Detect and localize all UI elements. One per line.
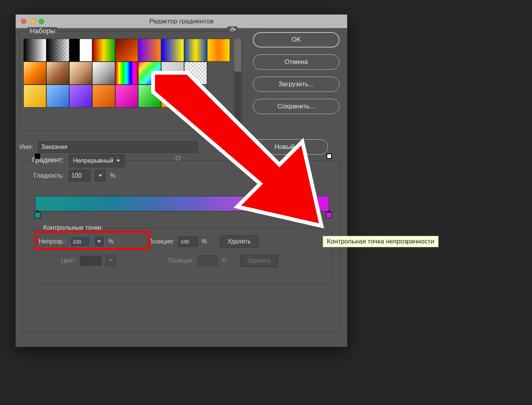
preset-swatches[interactable] [23,39,230,108]
preset-swatch[interactable] [161,39,184,62]
smoothness-label: Гладкость: [34,172,64,179]
color-stop-right[interactable] [326,212,332,218]
stops-group-label: Контрольные точки [41,224,104,232]
position2-label: Позиция: [168,257,194,264]
smoothness-input[interactable] [69,170,90,181]
preset-swatch[interactable] [115,62,138,85]
color-stepper[interactable] [105,255,116,266]
presets-group: Наборы [20,31,242,131]
chevron-down-icon [98,175,102,177]
action-buttons: OK Отмена Загрузить... Сохранить... [253,32,339,114]
color-stop-left[interactable] [34,212,41,218]
preset-swatch[interactable] [138,39,161,62]
position2-input[interactable] [198,255,218,266]
preset-swatch[interactable] [46,39,69,62]
new-button[interactable]: Новый [242,139,328,155]
save-button[interactable]: Сохранить... [253,99,339,114]
opacity-stop-left[interactable] [35,154,40,159]
tooltip: Контрольная точка непрозрачности [323,236,439,247]
ok-button[interactable]: OK [253,32,339,47]
preset-swatch[interactable] [184,39,207,62]
highlight-box [35,231,150,250]
gradient-editor-dialog: Редактор градиентов Наборы [15,14,348,347]
preset-scrollbar[interactable] [234,39,241,127]
preset-swatch[interactable] [92,62,115,85]
smoothness-stepper[interactable] [95,170,106,181]
preset-swatch[interactable] [115,39,138,62]
preset-swatch[interactable] [161,85,184,108]
scrollbar-thumb[interactable] [234,39,241,72]
percent-label: % [202,238,207,245]
gradient-type-value: Непрерывный [73,157,113,164]
preset-swatch[interactable] [46,85,69,108]
preset-swatch[interactable] [92,85,115,108]
preset-swatch[interactable] [138,62,161,85]
preset-swatch[interactable] [69,85,92,108]
preset-swatch[interactable] [69,62,92,85]
titlebar: Редактор градиентов [16,15,347,28]
preset-swatch[interactable] [207,85,230,108]
load-button[interactable]: Загрузить... [253,77,339,92]
preset-swatch[interactable] [69,39,92,62]
stops-group: Контрольные точки Непрозр.: % Позиция: %… [34,228,331,284]
presets-label: Наборы [28,27,57,35]
cancel-button[interactable]: Отмена [253,54,339,70]
color-label: Цвет: [61,257,76,264]
window-title: Редактор градиентов [16,18,347,25]
midpoint-diamond-icon[interactable] [175,155,181,161]
name-label: Имя: [20,144,33,150]
preset-swatch[interactable] [23,39,46,62]
percent-label: % [110,172,116,179]
gradient-preview-bar[interactable] [35,196,329,211]
gear-icon[interactable] [227,26,237,34]
preset-swatch[interactable] [161,62,184,85]
delete-color-stop-button: Удалить [240,255,278,267]
position-input[interactable] [178,236,198,247]
preset-swatch[interactable] [138,85,161,108]
preset-swatch[interactable] [184,62,207,85]
color-well[interactable] [80,256,101,266]
chevron-down-icon [109,260,113,262]
preset-swatch[interactable] [207,62,230,85]
dialog-body: Наборы [16,28,347,41]
color-row: Цвет: Позиция: % Удалить [39,255,278,267]
preset-swatch[interactable] [207,39,230,62]
percent-label: % [222,257,227,264]
preset-swatch[interactable] [23,85,46,108]
gradient-type-select[interactable]: Непрерывный [69,154,124,167]
name-row: Имя: Новый [20,139,328,155]
preset-swatch[interactable] [23,62,46,85]
smoothness-row: Гладкость: % [34,170,116,181]
preset-swatch[interactable] [92,39,115,62]
preset-swatch[interactable] [184,85,207,108]
preset-swatch[interactable] [115,85,138,108]
opacity-stop-right[interactable] [326,154,332,159]
preset-swatch[interactable] [46,62,69,85]
gradient-group: Градиент: Непрерывный Гладкость: % [23,160,341,333]
name-input[interactable] [38,141,198,153]
position-label: Позиция: [148,238,174,245]
chevron-down-icon [116,160,120,162]
delete-opacity-stop-button[interactable]: Удалить [220,235,258,248]
